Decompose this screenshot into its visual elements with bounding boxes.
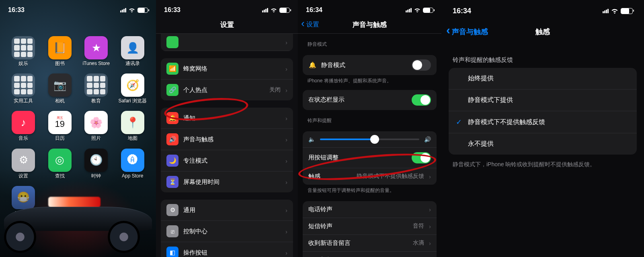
back-button[interactable]: 设置: [301, 16, 319, 33]
nav-bar: 设置: [156, 16, 298, 34]
app-icon: ★: [84, 36, 108, 59]
app-iTunes Store[interactable]: ★iTunes Store: [80, 36, 113, 66]
sound-row-电话铃声[interactable]: 电话铃声›: [303, 201, 437, 218]
volume-slider[interactable]: [320, 139, 419, 140]
row-icon: 🌙: [166, 155, 178, 167]
app-音乐[interactable]: ♪音乐: [7, 111, 40, 141]
haptics-option[interactable]: 始终提供: [449, 68, 637, 90]
app-通讯录[interactable]: 👤通讯录: [117, 36, 149, 66]
app-娱乐[interactable]: 娱乐: [7, 36, 40, 66]
volume-slider-row[interactable]: 🔈 🔊: [303, 131, 437, 148]
row-label: 屏幕使用时间: [183, 178, 281, 186]
app-照片[interactable]: 🌸照片: [80, 111, 113, 141]
sound-row-短信铃声[interactable]: 短信铃声音符›: [303, 218, 437, 235]
slider-thumb[interactable]: [370, 135, 379, 144]
option-label: 静音模式下不提供触感反馈: [468, 118, 545, 126]
settings-row-声音与触感[interactable]: 🔊声音与触感›: [161, 129, 293, 150]
app-相机[interactable]: 📷相机: [44, 73, 76, 104]
option-label: 静音模式下提供: [468, 96, 513, 104]
app-Safari 浏览器[interactable]: 🧭Safari 浏览器: [117, 73, 149, 104]
speaker-high-icon: 🔊: [424, 136, 431, 143]
chevron-right-icon: ›: [285, 207, 287, 214]
haptics-option[interactable]: 永不提供: [449, 133, 637, 155]
ringer-group: 🔈 🔊 用按钮调整 触感 静音模式下不提供触感反馈 ›: [303, 131, 437, 185]
silent-mode-group: 🔔 静音模式: [303, 55, 437, 75]
chevron-right-icon: ›: [285, 157, 287, 164]
app-地图[interactable]: 📍地图: [117, 111, 149, 141]
chevron-right-icon: ›: [285, 179, 287, 186]
app-icon: 🧭: [121, 73, 144, 97]
row-label: 通用: [183, 206, 281, 214]
settings-row-个人热点[interactable]: 🔗个人热点关闭›: [161, 80, 293, 100]
haptics-row[interactable]: 触感 静音模式下不提供触感反馈 ›: [303, 168, 437, 185]
haptics-option[interactable]: ✓静音模式下不提供触感反馈: [449, 111, 637, 133]
chevron-left-icon: [301, 21, 305, 29]
settings-row-通用[interactable]: ⚙通用›: [161, 200, 293, 221]
chevron-right-icon: ›: [429, 173, 431, 180]
settings-row-操作按钮[interactable]: ◧操作按钮›: [161, 242, 293, 257]
row-icon: 🔗: [166, 84, 178, 96]
settings-row-控制中心[interactable]: ⎚控制中心›: [161, 221, 293, 242]
app-label: 音乐: [18, 136, 28, 141]
app-日历[interactable]: 周五19日历: [44, 111, 76, 141]
settings-row-专注模式[interactable]: 🌙专注模式›: [161, 150, 293, 171]
status-icons: [120, 8, 148, 13]
cell-bars-icon: [120, 8, 126, 12]
chevron-right-icon: ›: [285, 136, 287, 143]
silent-mode-row[interactable]: 🔔 静音模式: [303, 55, 437, 75]
chevron-right-icon: ›: [429, 206, 431, 213]
volume-footer: 音量按钮可用于调整铃声和提醒的音量。: [308, 187, 432, 194]
app-label: 相机: [55, 98, 65, 104]
settings-row-蜂窝网络[interactable]: 📶蜂窝网络›: [161, 58, 293, 80]
back-button[interactable]: 声音与触感: [446, 27, 488, 37]
row-value: 水滴: [413, 239, 424, 247]
status-bar: 16:34: [441, 0, 644, 16]
sound-row-收到新邮件[interactable]: 收到新邮件无›: [303, 252, 437, 257]
page-title: 设置: [220, 20, 234, 29]
section-header-silent: 静音模式: [308, 41, 432, 48]
change-with-buttons-row[interactable]: 用按钮调整: [303, 148, 437, 168]
row-icon: ⏳: [166, 176, 178, 188]
app-icon: ◎: [48, 149, 72, 172]
app-教育[interactable]: 教育: [80, 73, 113, 104]
app-实用工具[interactable]: 实用工具: [7, 73, 40, 104]
app-icon: 👤: [121, 36, 144, 59]
app-icon: 📷: [48, 73, 72, 97]
haptics-option[interactable]: 静音模式下提供: [449, 90, 637, 111]
chevron-left-icon: [446, 28, 450, 36]
buttons-adjust-toggle[interactable]: [412, 152, 431, 163]
chevron-right-icon: ›: [429, 223, 431, 230]
app-icon: 🕙: [84, 149, 108, 172]
wifi-icon: [611, 8, 618, 14]
app-icon: 📍: [121, 111, 144, 134]
row-icon: ◧: [166, 247, 178, 257]
clock: 16:34: [306, 6, 322, 14]
wallpaper-car: [0, 169, 156, 257]
haptics-options-group: 始终提供静音模式下提供✓静音模式下不提供触感反馈永不提供: [449, 68, 637, 155]
chevron-right-icon: ›: [285, 228, 287, 235]
app-label: 通讯录: [125, 61, 140, 66]
app-icon: 🅐: [121, 149, 144, 172]
settings-row-屏幕使用时间[interactable]: ⏳屏幕使用时间›: [161, 171, 293, 192]
silent-mode-toggle[interactable]: [412, 59, 431, 71]
cell-bars-icon: [406, 8, 412, 12]
folder-icon: [84, 73, 108, 97]
silent-footer: iPhone 将播放铃声、提醒和系统声音。: [308, 78, 432, 84]
status-bar-show-group: 在状态栏显示: [303, 90, 437, 110]
show-in-status-bar-row[interactable]: 在状态栏显示: [303, 90, 437, 110]
app-label: 教育: [91, 98, 101, 104]
settings-root-panel: 16:33 设置 › 📶蜂窝网络›🔗个人热点关闭› 🔔通知›🔊声音与触感›🌙专注…: [156, 0, 298, 257]
battery-icon: [423, 8, 433, 13]
settings-row-cut[interactable]: ›: [161, 34, 293, 51]
status-bar-toggle[interactable]: [412, 94, 431, 106]
settings-row-通知[interactable]: 🔔通知›: [161, 108, 293, 129]
wifi-icon: [271, 8, 277, 12]
app-icon: ♪: [12, 111, 35, 134]
cell-bars-icon: [262, 8, 268, 12]
wifi-icon: [129, 8, 135, 12]
sound-row-收到新语音留言[interactable]: 收到新语音留言水滴›: [303, 235, 437, 252]
page-title: 声音与触感: [353, 20, 387, 29]
app-图书[interactable]: 📙图书: [44, 36, 76, 66]
option-label: 永不提供: [468, 140, 494, 148]
checkmark-icon: ✓: [456, 118, 468, 126]
